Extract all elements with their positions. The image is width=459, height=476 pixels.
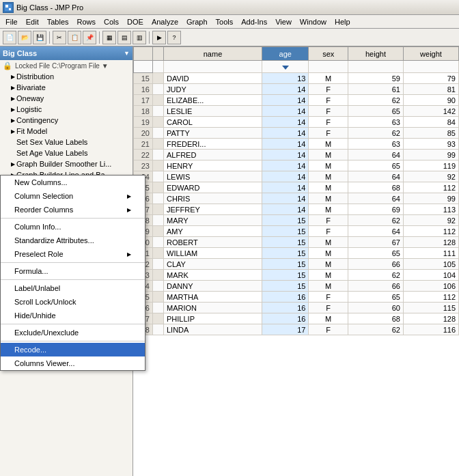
cell-name: CHRIS — [164, 193, 262, 204]
cell-weight: 113 — [403, 204, 458, 215]
table-row: 33 MARK 15 M 62 104 — [134, 270, 459, 281]
table-btn[interactable]: ▦ — [102, 31, 116, 44]
cell-weight: 92 — [403, 171, 458, 182]
row-num: 17 — [134, 95, 153, 106]
cell-age: 14 — [262, 193, 309, 204]
ctx-scroll-lock[interactable]: Scroll Lock/Unlock — [1, 295, 145, 309]
ctx-new-columns[interactable]: New Columns... — [1, 176, 145, 189]
open-btn[interactable]: 📂 — [18, 31, 31, 44]
corner-cell — [134, 47, 153, 61]
ctx-columns-viewer[interactable]: Columns Viewer... — [1, 356, 145, 370]
save-btn[interactable]: 💾 — [33, 31, 46, 44]
sidebar-item-bivariate[interactable]: ▶Bivariate — [0, 82, 133, 93]
cell-sex: M — [309, 182, 348, 193]
row-marker — [153, 270, 164, 281]
ctx-sep-1 — [1, 218, 145, 219]
menu-addins[interactable]: Add-Ins — [237, 16, 271, 27]
cell-age: 14 — [262, 182, 309, 193]
filter-row — [134, 61, 459, 73]
menu-file[interactable]: File — [1, 16, 22, 27]
filter-corner — [134, 61, 153, 73]
menu-rows[interactable]: Rows — [73, 16, 100, 27]
toolbar: 📄 📂 💾 ✂ 📋 📌 ▦ ▤ ▥ ▶ ? — [0, 29, 459, 46]
ctx-sep-5 — [1, 341, 145, 341]
sidebar-item-setagelabels[interactable]: ▶Set Age Value Labels — [0, 148, 133, 158]
ctx-exclude-unexclude[interactable]: Exclude/Unexclude — [1, 326, 145, 339]
row-marker — [153, 150, 164, 160]
row-marker — [153, 128, 164, 139]
cell-name: AMY — [164, 226, 262, 237]
sidebar-item-logistic[interactable]: ▶Logistic — [0, 104, 133, 115]
menu-view[interactable]: View — [271, 16, 296, 27]
col-header-weight[interactable]: weight — [403, 47, 458, 61]
row-num: 16 — [134, 84, 153, 95]
cell-age: 15 — [262, 237, 309, 248]
menu-doe[interactable]: DOE — [123, 16, 148, 27]
col-btn[interactable]: ▤ — [117, 31, 131, 44]
script-btn[interactable]: ▶ — [152, 31, 166, 44]
col-header-height[interactable]: height — [348, 47, 403, 61]
table-row: 16 JUDY 14 F 61 81 — [134, 84, 459, 95]
cell-name: WILLIAM — [164, 248, 262, 259]
row-marker — [153, 226, 164, 237]
menu-edit[interactable]: Edit — [22, 16, 43, 27]
menu-help[interactable]: Help — [331, 16, 354, 27]
menu-window[interactable]: Window — [296, 16, 331, 27]
ctx-label-unlabel[interactable]: Label/Unlabel — [1, 281, 145, 295]
cell-age: 15 — [262, 259, 309, 270]
sidebar-item-oneway[interactable]: ▶Oneway — [0, 93, 133, 104]
cell-name: ALFRED — [164, 150, 262, 160]
table-row: 34 DANNY 15 M 66 106 — [134, 281, 459, 292]
sidebar-item-setsexlabels[interactable]: ▶Set Sex Value Labels — [0, 137, 133, 148]
ctx-standardize-attributes[interactable]: Standardize Attributes... — [1, 234, 145, 247]
cell-age: 14 — [262, 117, 309, 128]
row-marker — [153, 248, 164, 259]
copy-btn[interactable]: 📋 — [68, 31, 81, 44]
cell-height: 64 — [348, 226, 403, 237]
ctx-column-selection[interactable]: Column Selection ▶ — [1, 189, 145, 203]
ctx-recode[interactable]: Recode... — [1, 343, 145, 356]
menu-tools[interactable]: Tools — [212, 16, 238, 27]
ctx-hide-unhide[interactable]: Hide/Unhide — [1, 309, 145, 322]
table-row: 19 CAROL 14 F 63 84 — [134, 117, 459, 128]
paste-btn[interactable]: 📌 — [83, 31, 96, 44]
cell-age: 15 — [262, 248, 309, 259]
cell-sex: F — [309, 324, 348, 335]
col-header-sex[interactable]: sex — [309, 47, 348, 61]
sidebar-item-graphbuilder-smoother[interactable]: ▶Graph Builder Smoother Li... — [0, 158, 133, 169]
ctx-preselect-role[interactable]: Preselect Role ▶ — [1, 247, 145, 261]
cell-weight: 112 — [403, 292, 458, 303]
sidebar-item-contingency[interactable]: ▶Contingency — [0, 115, 133, 126]
cell-name: PHILLIP — [164, 313, 262, 324]
cell-height: 67 — [348, 237, 403, 248]
ctx-reorder-columns[interactable]: Reorder Columns ▶ — [1, 203, 145, 216]
menu-cols[interactable]: Cols — [100, 16, 123, 27]
cell-weight: 81 — [403, 84, 458, 95]
cell-height: 63 — [348, 117, 403, 128]
row-marker — [153, 281, 164, 292]
cell-sex: M — [309, 281, 348, 292]
cut-btn[interactable]: ✂ — [53, 31, 66, 44]
menu-tables[interactable]: Tables — [43, 16, 73, 27]
menu-analyze[interactable]: Analyze — [148, 16, 182, 27]
menu-graph[interactable]: Graph — [182, 16, 212, 27]
new-btn[interactable]: 📄 — [3, 31, 16, 44]
table-row: 27 JEFFREY 14 M 69 113 — [134, 204, 459, 215]
panel-collapse-btn[interactable]: ▼ — [124, 50, 130, 57]
cell-height: 60 — [348, 303, 403, 313]
filter-age-dropdown[interactable] — [262, 61, 309, 73]
row-num: 21 — [134, 139, 153, 150]
cell-height: 65 — [348, 248, 403, 259]
locked-file-label: Locked File C:\Program File ▼ — [15, 62, 109, 70]
col-header-age[interactable]: age — [262, 47, 309, 61]
locked-file-row: 🔒 Locked File C:\Program File ▼ — [0, 60, 133, 71]
col-header-name[interactable]: name — [164, 47, 262, 61]
sidebar-item-fitmodel[interactable]: ▶Fit Model — [0, 126, 133, 137]
row-btn[interactable]: ▥ — [133, 31, 146, 44]
sidebar-item-distribution[interactable]: ▶Distribution — [0, 71, 133, 82]
ctx-column-info[interactable]: Column Info... — [1, 220, 145, 234]
cell-age: 17 — [262, 324, 309, 335]
help-btn[interactable]: ? — [167, 31, 181, 44]
filter-marker — [153, 61, 164, 73]
ctx-formula[interactable]: Formula... — [1, 264, 145, 278]
